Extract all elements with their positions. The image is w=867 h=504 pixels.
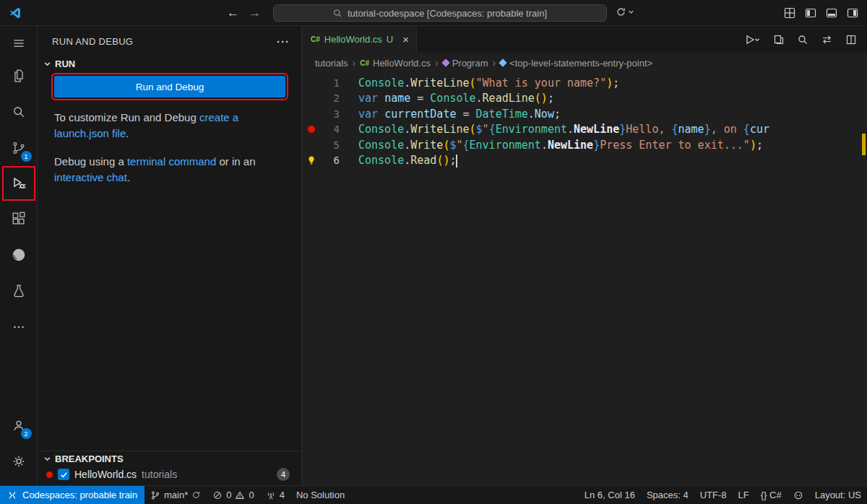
run-or-debug-button[interactable] bbox=[745, 34, 761, 45]
indentation-label: Spaces: 4 bbox=[647, 490, 689, 500]
minimap[interactable] bbox=[812, 75, 857, 101]
symbol-method-icon bbox=[499, 58, 506, 66]
code-line[interactable]: 1Console.WriteLine("What is your name?")… bbox=[302, 75, 809, 91]
source-control-icon[interactable]: 1 bbox=[2, 130, 35, 166]
breakpoint-dot[interactable] bbox=[308, 126, 315, 133]
breadcrumb-separator: › bbox=[353, 57, 356, 69]
run-section-header[interactable]: RUN bbox=[38, 56, 301, 71]
breakpoint-gutter[interactable] bbox=[302, 126, 321, 133]
eol-label: LF bbox=[738, 490, 749, 500]
cursor-position-label: Ln 6, Col 16 bbox=[585, 490, 635, 500]
code-line[interactable]: 3var currentDate = DateTime.Now; bbox=[302, 106, 809, 122]
toggle-secondary-sidebar-button[interactable] bbox=[847, 7, 858, 19]
swap-header-source-icon[interactable] bbox=[821, 34, 833, 45]
warning-count: 0 bbox=[249, 490, 254, 500]
code-line[interactable]: 5Console.Write($"{Environment.NewLine}Pr… bbox=[302, 137, 809, 153]
breakpoint-checkbox[interactable] bbox=[58, 469, 69, 480]
extensions-icon[interactable] bbox=[2, 201, 35, 237]
lightbulb-icon[interactable] bbox=[306, 155, 316, 165]
test-beaker-icon[interactable] bbox=[2, 273, 35, 309]
text-cursor bbox=[456, 155, 457, 168]
menu-button[interactable] bbox=[2, 29, 35, 58]
back-button[interactable]: ← bbox=[227, 6, 239, 20]
copilot-indicator[interactable] bbox=[788, 486, 809, 504]
breadcrumb-class[interactable]: Program bbox=[443, 58, 488, 69]
remote-label: Codespaces: probable train bbox=[22, 490, 137, 500]
explorer-icon[interactable] bbox=[2, 58, 35, 94]
github-icon[interactable] bbox=[2, 237, 35, 273]
errors-icon bbox=[212, 490, 223, 500]
command-center-search[interactable]: tutorial-codespace [Codespaces: probable… bbox=[273, 4, 607, 22]
code-line[interactable]: 2var name = Console.ReadLine(); bbox=[302, 91, 809, 107]
run-section-label: RUN bbox=[55, 58, 75, 69]
command-center-label: tutorial-codespace [Codespaces: probable… bbox=[348, 8, 547, 19]
line-number: 1 bbox=[321, 77, 340, 89]
breadcrumb-label: HelloWorld.cs bbox=[373, 58, 431, 69]
more-views-icon[interactable] bbox=[2, 309, 35, 345]
interactive-chat-link[interactable]: interactive chat bbox=[54, 171, 127, 183]
line-number: 5 bbox=[321, 139, 340, 151]
language-mode-label: {} C# bbox=[761, 490, 782, 500]
breadcrumb-separator: › bbox=[492, 57, 496, 69]
search-view-icon[interactable] bbox=[2, 94, 35, 130]
breadcrumb-separator: › bbox=[435, 57, 439, 69]
breakpoint-dot bbox=[46, 472, 53, 478]
breakpoints-section-header[interactable]: BREAKPOINTS bbox=[38, 451, 301, 466]
solution-label: No Solution bbox=[296, 490, 345, 500]
lightbulb-gutter[interactable] bbox=[302, 155, 321, 165]
breakpoints-section-label: BREAKPOINTS bbox=[55, 453, 124, 464]
grid-layout-icon[interactable] bbox=[784, 7, 795, 19]
refresh-dropdown-button[interactable] bbox=[616, 6, 634, 17]
toggle-primary-sidebar-button[interactable] bbox=[805, 7, 816, 19]
breadcrumb-file[interactable]: C#HelloWorld.cs bbox=[360, 58, 431, 69]
indentation-indicator[interactable]: Spaces: 4 bbox=[641, 486, 694, 504]
breadcrumbs: tutorials › C#HelloWorld.cs › Program › … bbox=[302, 53, 867, 73]
activity-bar: 1 2 bbox=[0, 26, 38, 485]
close-tab-icon[interactable]: × bbox=[402, 33, 409, 45]
terminal-command-link[interactable]: terminal command bbox=[127, 155, 216, 168]
branch-icon bbox=[150, 490, 160, 500]
code-line[interactable]: 6Console.Read(); bbox=[302, 153, 809, 169]
csharp-file-icon: C# bbox=[360, 59, 369, 67]
code-editor[interactable]: 1Console.WriteLine("What is your name?")… bbox=[302, 73, 867, 485]
search-editor-icon[interactable] bbox=[797, 34, 808, 45]
tab-git-status: U bbox=[387, 34, 393, 45]
breadcrumb-label: <top-level-statements-entry-point> bbox=[509, 58, 652, 69]
branch-indicator[interactable]: main* bbox=[144, 486, 207, 504]
breakpoints-section: BREAKPOINTS HelloWorld.cs tutorials 4 bbox=[38, 451, 301, 485]
breadcrumb-folder[interactable]: tutorials bbox=[315, 58, 348, 69]
sync-icon bbox=[191, 490, 201, 500]
forward-button[interactable]: → bbox=[249, 6, 261, 20]
breadcrumb-label: Program bbox=[452, 58, 488, 69]
customize-hint-suffix: . bbox=[126, 127, 129, 139]
code-text: Console.WriteLine("What is your name?"); bbox=[358, 77, 619, 90]
split-editor-button[interactable] bbox=[845, 34, 857, 45]
error-count: 0 bbox=[226, 490, 231, 500]
more-actions-icon[interactable]: ··· bbox=[277, 35, 290, 48]
vscode-logo-icon bbox=[9, 6, 22, 19]
overview-ruler-mark bbox=[862, 134, 866, 155]
language-mode-indicator[interactable]: {} C# bbox=[755, 486, 788, 504]
open-changes-icon[interactable] bbox=[773, 34, 785, 45]
breadcrumb-symbol[interactable]: <top-level-statements-entry-point> bbox=[500, 58, 652, 69]
accounts-icon[interactable]: 2 bbox=[2, 407, 35, 443]
copilot-icon bbox=[793, 490, 803, 500]
toggle-panel-button[interactable] bbox=[826, 7, 837, 19]
run-and-debug-button[interactable]: Run and Debug bbox=[54, 76, 285, 97]
problems-indicator[interactable]: 0 0 bbox=[207, 486, 259, 504]
tab-helloworld[interactable]: C# HelloWorld.cs U × bbox=[302, 26, 417, 53]
encoding-indicator[interactable]: UTF-8 bbox=[694, 486, 733, 504]
solution-indicator[interactable]: No Solution bbox=[290, 486, 350, 504]
ports-indicator[interactable]: 4 bbox=[260, 486, 290, 504]
code-line[interactable]: 4Console.WriteLine($"{Environment.NewLin… bbox=[302, 122, 809, 138]
run-and-debug-icon[interactable] bbox=[2, 166, 35, 201]
eol-indicator[interactable]: LF bbox=[733, 486, 755, 504]
breakpoint-list-item[interactable]: HelloWorld.cs tutorials 4 bbox=[38, 466, 301, 484]
code-lines: 1Console.WriteLine("What is your name?")… bbox=[302, 75, 809, 168]
accounts-badge: 2 bbox=[21, 428, 32, 439]
keyboard-layout-indicator[interactable]: Layout: US bbox=[809, 486, 867, 504]
settings-gear-icon[interactable] bbox=[2, 443, 35, 479]
cursor-position-indicator[interactable]: Ln 6, Col 16 bbox=[579, 486, 641, 504]
customize-hint-prefix: To customize Run and Debug bbox=[54, 111, 199, 123]
remote-indicator[interactable]: Codespaces: probable train bbox=[0, 486, 144, 504]
